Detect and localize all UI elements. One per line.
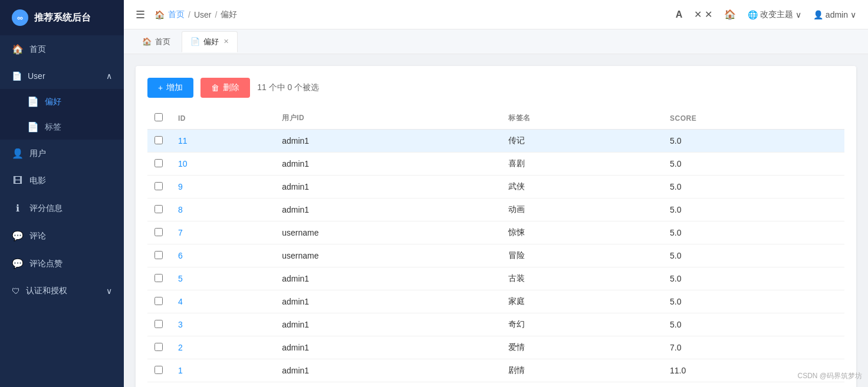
chevron-icon: ∧ [106, 71, 112, 81]
row-user-id: admin1 [275, 313, 501, 336]
sidebar-item-comment-like[interactable]: 💬 评论点赞 [0, 250, 124, 277]
sidebar-item-movie[interactable]: 🎞 电影 [0, 167, 124, 194]
row-checkbox[interactable] [154, 343, 163, 351]
row-checkbox[interactable] [154, 320, 163, 328]
home-shortcut-icon[interactable]: 🏠 [724, 9, 736, 20]
table-row: 11 admin1 传记 5.0 [147, 130, 844, 153]
sidebar-item-label: 评论 [29, 231, 46, 242]
row-id[interactable]: 9 [171, 176, 275, 199]
row-score: 5.0 [663, 153, 844, 176]
sidebar-group-user[interactable]: 📄 User ∧ [0, 63, 124, 89]
sidebar-menu: 🏠 首页 📄 User ∧ 📄 偏好 📄 标签 👤 用户 🎞 [0, 35, 124, 387]
toolbar: + 增加 🗑 删除 11 个中 0 个被选 [147, 78, 844, 98]
table-body: 11 admin1 传记 5.0 10 admin1 喜剧 5.0 9 admi… [147, 130, 844, 382]
row-score: 5.0 [663, 176, 844, 199]
theme-button[interactable]: 🌐 改变主题 ∨ [748, 9, 801, 20]
admin-chevron-icon: ∨ [850, 10, 856, 19]
row-tag-name: 传记 [501, 130, 663, 153]
select-all-checkbox[interactable] [154, 113, 163, 121]
sidebar-item-preference[interactable]: 📄 偏好 [0, 89, 124, 114]
movie-icon: 🎞 [12, 176, 24, 186]
th-user-id: 用户ID [275, 107, 501, 130]
row-checkbox[interactable] [154, 251, 163, 259]
row-tag-name: 剧情 [501, 359, 663, 382]
row-tag-name: 冒险 [501, 244, 663, 267]
fullscreen-icon[interactable]: ✕ ✕ [694, 9, 712, 20]
row-checkbox[interactable] [154, 182, 163, 190]
breadcrumb: 🏠 首页 / User / 偏好 [154, 9, 237, 20]
row-id[interactable]: 5 [171, 267, 275, 290]
admin-menu-button[interactable]: 👤 admin ∨ [813, 10, 856, 19]
preference-icon: 📄 [27, 96, 39, 107]
row-checkbox-cell [147, 176, 171, 199]
row-tag-name: 惊悚 [501, 221, 663, 244]
table-row: 9 admin1 武侠 5.0 [147, 176, 844, 199]
row-id[interactable]: 1 [171, 359, 275, 382]
row-tag-name: 动画 [501, 199, 663, 221]
sidebar-item-users[interactable]: 👤 用户 [0, 140, 124, 167]
table-row: 7 username 惊悚 5.0 [147, 221, 844, 244]
row-id[interactable]: 6 [171, 244, 275, 267]
breadcrumb-user[interactable]: User [194, 10, 212, 19]
row-score: 11.0 [663, 359, 844, 382]
th-id: ID [171, 107, 275, 130]
topbar-right: A ✕ ✕ 🏠 🌐 改变主题 ∨ 👤 admin ∨ [676, 9, 856, 20]
topbar: ☰ 🏠 首页 / User / 偏好 A ✕ ✕ 🏠 🌐 改变主题 ∨ 👤 ad… [124, 0, 868, 29]
table-row: 10 admin1 喜剧 5.0 [147, 153, 844, 176]
th-score: SCORE [663, 107, 844, 130]
table-header-row: ID 用户ID 标签名 SCORE [147, 107, 844, 130]
sidebar-item-label: 偏好 [45, 97, 61, 107]
row-checkbox[interactable] [154, 205, 163, 213]
font-size-icon[interactable]: A [676, 9, 683, 20]
theme-chevron-icon: ∨ [795, 10, 801, 19]
sidebar-logo: ∞ 推荐系统后台 [0, 0, 124, 35]
logo-icon: ∞ [12, 9, 28, 26]
delete-button[interactable]: 🗑 删除 [200, 78, 250, 98]
sidebar-group-label: 认证和授权 [26, 286, 67, 296]
row-id[interactable]: 7 [171, 221, 275, 244]
sidebar-item-home[interactable]: 🏠 首页 [0, 35, 124, 63]
sidebar-item-rating[interactable]: ℹ 评分信息 [0, 194, 124, 222]
add-label: 增加 [166, 82, 183, 93]
sidebar-group-auth[interactable]: 🛡 认证和授权 ∨ [0, 277, 124, 305]
add-button[interactable]: + 增加 [147, 78, 193, 98]
breadcrumb-preference: 偏好 [221, 9, 237, 20]
users-icon: 👤 [12, 148, 24, 159]
sidebar-item-comment[interactable]: 💬 评论 [0, 222, 124, 250]
tab-preference[interactable]: 📄 偏好 ✕ [182, 31, 238, 52]
row-checkbox-cell [147, 313, 171, 336]
row-checkbox-cell [147, 290, 171, 313]
sidebar-item-label: 首页 [29, 44, 46, 55]
table-row: 2 admin1 爱情 7.0 [147, 336, 844, 359]
row-checkbox-cell [147, 153, 171, 176]
row-score: 7.0 [663, 336, 844, 359]
row-id[interactable]: 11 [171, 130, 275, 153]
row-id[interactable]: 4 [171, 290, 275, 313]
tabs-bar: 🏠 首页 📄 偏好 ✕ [124, 29, 868, 54]
row-checkbox[interactable] [154, 297, 163, 305]
topbar-left: ☰ 🏠 首页 / User / 偏好 [136, 8, 237, 21]
tab-home-label: 首页 [155, 37, 170, 47]
row-score: 5.0 [663, 244, 844, 267]
row-checkbox[interactable] [154, 366, 163, 374]
row-checkbox[interactable] [154, 136, 163, 144]
tab-close-icon[interactable]: ✕ [223, 38, 229, 45]
tab-home[interactable]: 🏠 首页 [133, 31, 179, 52]
row-id[interactable]: 10 [171, 153, 275, 176]
row-checkbox[interactable] [154, 228, 163, 236]
breadcrumb-home[interactable]: 首页 [168, 9, 185, 20]
table-row: 8 admin1 动画 5.0 [147, 199, 844, 221]
row-id[interactable]: 2 [171, 336, 275, 359]
hamburger-button[interactable]: ☰ [136, 8, 145, 21]
row-score: 5.0 [663, 290, 844, 313]
row-user-id: username [275, 221, 501, 244]
row-checkbox-cell [147, 244, 171, 267]
row-checkbox[interactable] [154, 159, 163, 167]
row-user-id: admin1 [275, 153, 501, 176]
row-checkbox[interactable] [154, 274, 163, 282]
row-id[interactable]: 3 [171, 313, 275, 336]
sidebar-sub-user: 📄 偏好 📄 标签 [0, 89, 124, 140]
row-tag-name: 武侠 [501, 176, 663, 199]
sidebar-item-tag[interactable]: 📄 标签 [0, 114, 124, 140]
row-id[interactable]: 8 [171, 199, 275, 221]
